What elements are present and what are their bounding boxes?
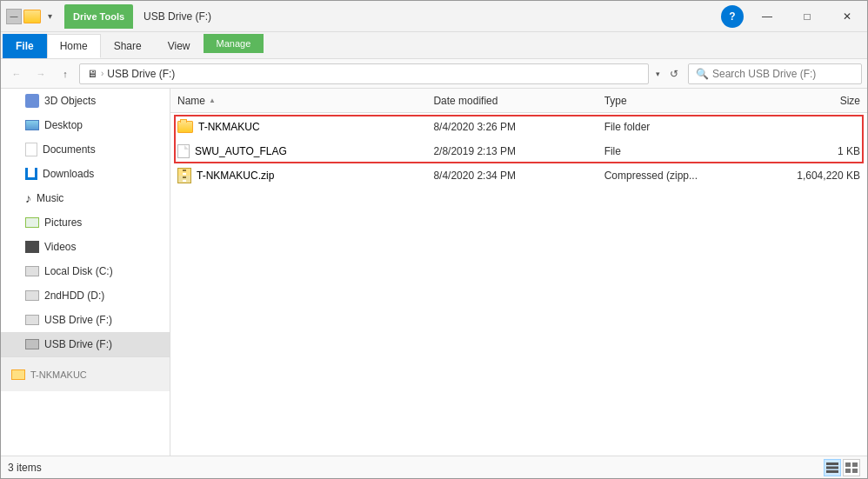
file-row[interactable]: SWU_AUTO_FLAG 2/8/2019 2:13 PM File 1 KB: [170, 139, 867, 163]
file-date: 8/4/2020 3:26 PM: [433, 121, 604, 133]
downloads-icon: [25, 168, 37, 180]
tab-manage[interactable]: Manage: [204, 34, 264, 53]
sidebar-item-label: 3D Objects: [44, 95, 96, 107]
file-name-cell: T-NKMAKUC: [177, 121, 433, 133]
address-end: ▾ ↺: [656, 63, 684, 84]
file-row[interactable]: T-NKMAKUC 8/4/2020 3:26 PM File folder: [170, 115, 867, 139]
sidebar-item-downloads[interactable]: Downloads: [1, 162, 170, 186]
file-type: File folder: [604, 121, 775, 133]
sidebar-item-label: Documents: [43, 143, 96, 156]
view-list-button[interactable]: [843, 459, 860, 476]
col-header-name[interactable]: Name ▲: [177, 95, 433, 107]
back-button[interactable]: ←: [6, 63, 27, 84]
pictures-icon: [25, 217, 39, 228]
search-input[interactable]: [712, 68, 854, 80]
view-details-button[interactable]: [824, 459, 841, 476]
svg-rect-2: [183, 176, 186, 178]
path-text: 🖥 › USB Drive (F:): [87, 68, 175, 80]
drive-icon: 🖥: [87, 68, 97, 80]
svg-rect-9: [845, 469, 851, 473]
status-bar: 3 items: [1, 456, 867, 478]
sidebar-item-localdisk[interactable]: Local Disk (C:): [1, 259, 170, 283]
tab-view[interactable]: View: [155, 34, 204, 58]
sidebar-bottom-item: T-NKMAKUC: [1, 356, 170, 391]
desktop-icon: [25, 120, 39, 130]
sidebar-item-music[interactable]: ♪ Music: [1, 186, 170, 210]
sidebar-item-label: Downloads: [43, 168, 94, 180]
sidebar-item-label: USB Drive (F:): [44, 314, 112, 326]
svg-rect-1: [183, 173, 186, 175]
refresh-button[interactable]: ↺: [664, 63, 684, 84]
svg-rect-0: [183, 170, 186, 171]
file-list-header: Name ▲ Date modified Type Size: [170, 89, 867, 113]
sidebar-item-3dobjects[interactable]: 3D Objects: [1, 89, 170, 113]
svg-rect-7: [845, 462, 851, 467]
sidebar-item-desktop[interactable]: Desktop: [1, 113, 170, 137]
minimize-button[interactable]: —: [747, 1, 787, 31]
col-header-type[interactable]: Type: [604, 95, 775, 107]
col-header-size[interactable]: Size: [775, 95, 860, 107]
sidebar-item-2ndhdd[interactable]: 2ndHDD (D:): [1, 283, 170, 308]
sidebar-item-label: Pictures: [44, 216, 82, 229]
tab-file[interactable]: File: [3, 34, 47, 58]
path-segment: USB Drive (F:): [107, 68, 175, 80]
file-name-cell: T-NKMAKUC.zip: [177, 168, 433, 183]
up-button[interactable]: ↑: [55, 63, 76, 84]
sidebar-item-label: Local Disk (C:): [44, 265, 113, 277]
title-bar: — ▾ Drive Tools USB Drive (F:) ? — □ ✕: [1, 1, 867, 32]
folder-bottom-icon: [11, 369, 25, 380]
file-name: T-NKMAKUC: [198, 121, 260, 133]
sidebar: 3D Objects Desktop Documents Downloads ♪: [1, 89, 170, 456]
forward-button[interactable]: →: [30, 63, 51, 84]
ribbon-tabs: File Home Share View Manage: [1, 32, 867, 58]
sidebar-item-videos[interactable]: Videos: [1, 235, 170, 259]
file-size: 1 KB: [775, 145, 860, 157]
title-bar-left: — ▾: [1, 9, 61, 24]
documents-icon: [25, 143, 37, 156]
svg-rect-4: [826, 462, 838, 465]
drive-icon: [25, 266, 39, 276]
search-icon: 🔍: [696, 68, 709, 80]
hdd-icon: [25, 290, 39, 301]
drive-tools-label: Drive Tools: [73, 11, 124, 22]
file-icon: [177, 144, 190, 158]
sidebar-item-usbdrive-f[interactable]: USB Drive (F:): [1, 308, 170, 332]
sidebar-item-label: Videos: [44, 241, 76, 253]
sidebar-item-label: 2ndHDD (D:): [44, 289, 104, 302]
tab-home[interactable]: Home: [47, 34, 101, 58]
file-list: Name ▲ Date modified Type Size: [170, 89, 867, 456]
drive-tools-badge: Drive Tools: [64, 4, 133, 29]
svg-rect-5: [826, 466, 838, 469]
explorer-window: — ▾ Drive Tools USB Drive (F:) ? — □ ✕ F: [0, 0, 868, 479]
chevron-down-icon[interactable]: ▾: [656, 70, 660, 78]
sidebar-item-label: Music: [37, 192, 63, 204]
col-header-date[interactable]: Date modified: [433, 95, 604, 107]
restore-button[interactable]: □: [787, 1, 827, 31]
help-button[interactable]: ?: [721, 5, 744, 28]
folder-icon: [177, 121, 193, 133]
3dobjects-icon: [25, 94, 39, 108]
folder-quick-icon: [23, 10, 41, 23]
address-path[interactable]: 🖥 › USB Drive (F:): [79, 63, 649, 84]
file-size: 1,604,220 KB: [775, 170, 860, 182]
file-date: 8/4/2020 2:34 PM: [433, 170, 604, 182]
music-icon: ♪: [25, 191, 31, 205]
file-type: Compressed (zipp...: [604, 170, 775, 182]
file-row[interactable]: T-NKMAKUC.zip 8/4/2020 2:34 PM Compresse…: [170, 163, 867, 188]
close-button[interactable]: ✕: [827, 1, 867, 31]
file-type: File: [604, 145, 775, 157]
file-name: SWU_AUTO_FLAG: [195, 145, 287, 157]
search-box[interactable]: 🔍: [688, 63, 862, 84]
file-list-body: T-NKMAKUC 8/4/2020 3:26 PM File folder S…: [170, 113, 867, 456]
sidebar-item-usbdrive-active[interactable]: USB Drive (F:): [1, 332, 170, 356]
ribbon: File Home Share View Manage: [1, 32, 867, 59]
minimize-quick-btn[interactable]: —: [6, 9, 22, 24]
tab-share[interactable]: Share: [101, 34, 155, 58]
file-name-cell: SWU_AUTO_FLAG: [177, 144, 433, 158]
sidebar-item-documents[interactable]: Documents: [1, 137, 170, 162]
window-controls: — □ ✕: [747, 1, 867, 31]
sidebar-item-pictures[interactable]: Pictures: [1, 210, 170, 235]
main-content: 3D Objects Desktop Documents Downloads ♪: [1, 89, 867, 456]
quick-pin: ▾: [44, 11, 56, 21]
file-date: 2/8/2019 2:13 PM: [433, 145, 604, 157]
